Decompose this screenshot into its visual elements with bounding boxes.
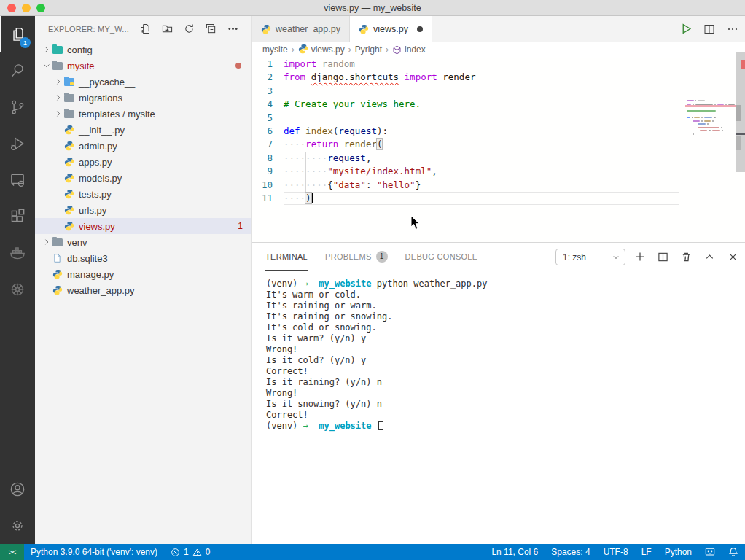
chevron-right-icon <box>52 92 64 104</box>
tree-item-venv[interactable]: venv <box>35 234 251 250</box>
remote-indicator[interactable]: >< <box>0 544 24 560</box>
account-icon[interactable] <box>0 471 35 508</box>
new-file-icon[interactable] <box>139 23 152 35</box>
indentation-status[interactable]: Spaces: 4 <box>545 544 596 560</box>
terminal-line: It's raining or snowing. <box>266 311 745 322</box>
settings-gear-icon[interactable] <box>0 508 35 544</box>
line-number: 7 <box>252 138 284 151</box>
tree-item-admin-py[interactable]: admin.py <box>35 138 251 154</box>
breadcrumb-item-pyright[interactable]: Pyright <box>355 44 382 55</box>
editor-tab-weather-app-py[interactable]: weather_app.py <box>252 16 350 42</box>
tree-item-models-py[interactable]: models.py <box>35 170 251 186</box>
tree-item--pycache-[interactable]: __pycache__ <box>35 74 251 90</box>
breadcrumb-item[interactable]: mysite <box>262 44 288 55</box>
feedback-icon[interactable] <box>698 544 722 560</box>
bottom-panel: TERMINAL PROBLEMS1 DEBUG CONSOLE 1: zsh … <box>252 242 745 544</box>
language-mode-status[interactable]: Python <box>658 544 698 560</box>
tree-item-migrations[interactable]: migrations <box>35 90 251 106</box>
editor-scrollbar[interactable] <box>736 52 745 172</box>
maximize-panel-icon[interactable] <box>703 251 716 263</box>
tree-item-weather-app-py[interactable]: weather_app.py <box>35 282 251 298</box>
tab-debug-console[interactable]: DEBUG CONSOLE <box>405 243 478 271</box>
docker-icon[interactable] <box>0 235 35 271</box>
tree-item-mysite[interactable]: mysite <box>35 58 251 74</box>
terminal-output[interactable]: (venv) → my_website python weather_app.p… <box>252 271 745 432</box>
problems-status[interactable]: 1 0 <box>164 544 217 560</box>
tab-problems[interactable]: PROBLEMS1 <box>325 243 388 271</box>
source-control-icon[interactable] <box>0 89 35 125</box>
close-panel-icon[interactable] <box>727 251 739 263</box>
more-actions-icon[interactable] <box>227 23 239 35</box>
tree-item-manage-py[interactable]: manage.py <box>35 266 251 282</box>
tab-terminal[interactable]: TERMINAL <box>265 243 308 271</box>
zoom-window-button[interactable] <box>36 4 45 12</box>
file-icon <box>52 252 67 264</box>
python-file-icon <box>52 268 67 280</box>
terminal-line: Is it snowing? (y/n) n <box>266 399 745 410</box>
split-terminal-icon[interactable] <box>657 251 669 263</box>
tree-item-views-py[interactable]: views.py1 <box>35 218 251 234</box>
run-python-file-icon[interactable] <box>679 23 693 36</box>
code-line-5[interactable]: 5 <box>252 112 745 125</box>
tree-item--init-py[interactable]: __init__.py <box>35 122 251 138</box>
close-window-button[interactable] <box>7 4 16 12</box>
editor-tab-views-py[interactable]: views.py <box>350 16 432 42</box>
code-line-9[interactable]: 9········"mysite/index.html", <box>252 165 745 178</box>
kill-terminal-icon[interactable] <box>680 251 693 263</box>
modified-dot[interactable] <box>417 26 423 32</box>
terminal-line: Wrong! <box>266 344 745 355</box>
remote-explorer-icon[interactable] <box>0 162 35 198</box>
code-line-3[interactable]: 3 <box>252 85 745 98</box>
minimize-window-button[interactable] <box>22 4 31 12</box>
breadcrumb: mysite › views.py › Pyright › index <box>252 42 745 58</box>
activity-bar: 1 <box>0 16 35 544</box>
tree-item-tests-py[interactable]: tests.py <box>35 186 251 202</box>
explorer-icon[interactable]: 1 <box>0 16 35 52</box>
code-line-10[interactable]: 10········{"data": "hello"} <box>252 179 745 192</box>
tree-item-db-sqlite3[interactable]: db.sqlite3 <box>35 250 251 266</box>
tab-label: views.py <box>373 24 408 34</box>
split-editor-icon[interactable] <box>703 23 716 36</box>
run-and-debug-icon[interactable] <box>0 125 35 162</box>
search-icon[interactable] <box>0 52 35 89</box>
code-line-1[interactable]: 1import random <box>252 58 745 71</box>
tree-item-label: templates / mysite <box>79 109 155 120</box>
python-interpreter-status[interactable]: Python 3.9.0 64-bit ('venv': venv) <box>24 544 164 560</box>
chevron-spacer <box>52 140 64 152</box>
encoding-status[interactable]: UTF-8 <box>597 544 635 560</box>
kubernetes-icon[interactable] <box>0 271 35 308</box>
tree-item-templates-mysite[interactable]: templates / mysite <box>35 106 251 122</box>
chevron-right-icon <box>52 108 64 120</box>
code-line-6[interactable]: 6def index(request): <box>252 125 745 138</box>
warning-count: 0 <box>206 547 211 557</box>
cursor-position-status[interactable]: Ln 11, Col 6 <box>485 544 545 560</box>
window-titlebar: views.py — my_website <box>0 0 745 16</box>
minimap[interactable] <box>687 100 735 137</box>
code-line-2[interactable]: 2from django.shortcuts import render <box>252 71 745 84</box>
extensions-icon[interactable] <box>0 198 35 235</box>
error-icon <box>171 548 180 557</box>
eol-status[interactable]: LF <box>635 544 658 560</box>
new-terminal-icon[interactable] <box>633 251 646 263</box>
new-folder-icon[interactable] <box>161 23 173 35</box>
tree-item-label: __init__.py <box>79 125 125 136</box>
code-line-4[interactable]: 4# Create your views here. <box>252 98 745 111</box>
terminal-shell-dropdown[interactable]: 1: zsh <box>555 249 625 265</box>
code-line-8[interactable]: 8········request, <box>252 152 745 165</box>
editor-more-actions-icon[interactable] <box>726 23 739 36</box>
tree-item-config[interactable]: config <box>35 42 251 58</box>
breadcrumb-item-file[interactable]: views.py <box>298 44 345 56</box>
chevron-spacer <box>52 204 64 216</box>
notifications-bell-icon[interactable] <box>722 544 745 560</box>
code-editor[interactable]: 1import random2from django.shortcuts imp… <box>252 58 745 242</box>
refresh-icon[interactable] <box>183 23 195 35</box>
collapse-folders-icon[interactable] <box>205 23 217 35</box>
code-line-11[interactable]: 11····) <box>252 192 745 205</box>
tree-item-apps-py[interactable]: apps.py <box>35 154 251 170</box>
tree-item-urls-py[interactable]: urls.py <box>35 202 251 218</box>
breadcrumb-item-symbol[interactable]: index <box>392 44 426 55</box>
scrollbar-mark <box>736 136 741 150</box>
code-line-7[interactable]: 7····return render( <box>252 138 745 151</box>
line-number: 1 <box>252 58 284 71</box>
python-file-icon <box>64 124 79 136</box>
